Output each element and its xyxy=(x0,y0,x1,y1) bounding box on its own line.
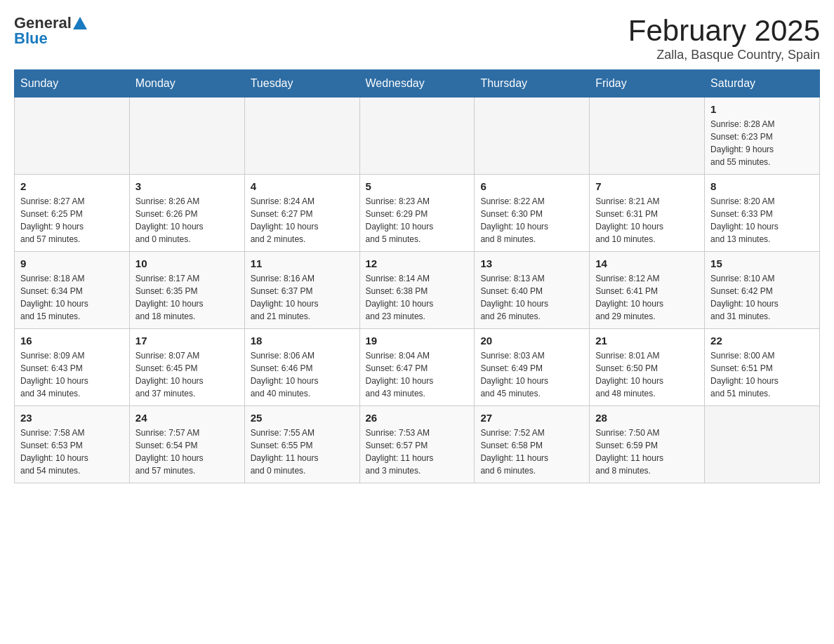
calendar-cell: 11Sunrise: 8:16 AM Sunset: 6:37 PM Dayli… xyxy=(244,252,359,329)
title-block: February 2025 Zalla, Basque Country, Spa… xyxy=(628,14,820,62)
day-info: Sunrise: 8:12 AM Sunset: 6:41 PM Dayligh… xyxy=(595,272,699,323)
day-info: Sunrise: 8:10 AM Sunset: 6:42 PM Dayligh… xyxy=(710,272,814,323)
calendar-cell: 18Sunrise: 8:06 AM Sunset: 6:46 PM Dayli… xyxy=(244,329,359,406)
day-number: 15 xyxy=(710,257,814,269)
day-info: Sunrise: 8:20 AM Sunset: 6:33 PM Dayligh… xyxy=(710,195,814,246)
day-number: 5 xyxy=(366,180,469,192)
day-number: 14 xyxy=(595,257,699,269)
calendar-cell: 4Sunrise: 8:24 AM Sunset: 6:27 PM Daylig… xyxy=(244,175,359,252)
calendar-cell: 8Sunrise: 8:20 AM Sunset: 6:33 PM Daylig… xyxy=(705,175,820,252)
day-number: 12 xyxy=(366,257,469,269)
calendar-week-row: 2Sunrise: 8:27 AM Sunset: 6:25 PM Daylig… xyxy=(15,175,820,252)
calendar-cell: 7Sunrise: 8:21 AM Sunset: 6:31 PM Daylig… xyxy=(590,175,705,252)
calendar-cell: 2Sunrise: 8:27 AM Sunset: 6:25 PM Daylig… xyxy=(15,175,130,252)
calendar-header-row: SundayMondayTuesdayWednesdayThursdayFrid… xyxy=(15,70,820,98)
day-info: Sunrise: 8:28 AM Sunset: 6:23 PM Dayligh… xyxy=(710,118,814,168)
day-number: 1 xyxy=(710,103,814,115)
calendar-subtitle: Zalla, Basque Country, Spain xyxy=(628,48,820,62)
calendar-cell xyxy=(129,98,244,175)
day-info: Sunrise: 7:55 AM Sunset: 6:55 PM Dayligh… xyxy=(251,427,354,477)
day-info: Sunrise: 8:18 AM Sunset: 6:34 PM Dayligh… xyxy=(20,272,124,323)
calendar-cell: 5Sunrise: 8:23 AM Sunset: 6:29 PM Daylig… xyxy=(359,175,475,252)
header-monday: Monday xyxy=(129,70,244,98)
day-info: Sunrise: 8:14 AM Sunset: 6:38 PM Dayligh… xyxy=(366,272,469,323)
day-number: 16 xyxy=(20,335,124,347)
day-info: Sunrise: 8:07 AM Sunset: 6:45 PM Dayligh… xyxy=(135,349,239,400)
header-tuesday: Tuesday xyxy=(244,70,359,98)
day-info: Sunrise: 8:06 AM Sunset: 6:46 PM Dayligh… xyxy=(251,349,354,400)
day-number: 25 xyxy=(251,412,354,424)
day-info: Sunrise: 7:58 AM Sunset: 6:53 PM Dayligh… xyxy=(20,427,124,477)
calendar-cell: 23Sunrise: 7:58 AM Sunset: 6:53 PM Dayli… xyxy=(15,406,130,483)
calendar-cell: 13Sunrise: 8:13 AM Sunset: 6:40 PM Dayli… xyxy=(475,252,590,329)
day-number: 8 xyxy=(710,180,814,192)
day-info: Sunrise: 8:24 AM Sunset: 6:27 PM Dayligh… xyxy=(251,195,354,246)
logo: General Blue xyxy=(14,14,87,48)
day-info: Sunrise: 8:09 AM Sunset: 6:43 PM Dayligh… xyxy=(20,349,124,400)
day-number: 18 xyxy=(251,335,354,347)
day-number: 4 xyxy=(251,180,354,192)
day-number: 19 xyxy=(366,335,469,347)
day-number: 20 xyxy=(480,335,583,347)
day-number: 6 xyxy=(480,180,583,192)
calendar-cell xyxy=(705,406,820,483)
day-info: Sunrise: 8:23 AM Sunset: 6:29 PM Dayligh… xyxy=(366,195,469,246)
day-number: 22 xyxy=(710,335,814,347)
calendar-week-row: 9Sunrise: 8:18 AM Sunset: 6:34 PM Daylig… xyxy=(15,252,820,329)
day-info: Sunrise: 8:03 AM Sunset: 6:49 PM Dayligh… xyxy=(480,349,583,400)
header-thursday: Thursday xyxy=(475,70,590,98)
calendar-table: SundayMondayTuesdayWednesdayThursdayFrid… xyxy=(14,69,820,483)
calendar-cell: 1Sunrise: 8:28 AM Sunset: 6:23 PM Daylig… xyxy=(705,98,820,175)
calendar-cell: 28Sunrise: 7:50 AM Sunset: 6:59 PM Dayli… xyxy=(590,406,705,483)
calendar-cell: 27Sunrise: 7:52 AM Sunset: 6:58 PM Dayli… xyxy=(475,406,590,483)
calendar-cell xyxy=(244,98,359,175)
calendar-cell xyxy=(590,98,705,175)
day-info: Sunrise: 8:00 AM Sunset: 6:51 PM Dayligh… xyxy=(710,349,814,400)
calendar-cell: 3Sunrise: 8:26 AM Sunset: 6:26 PM Daylig… xyxy=(129,175,244,252)
calendar-cell: 14Sunrise: 8:12 AM Sunset: 6:41 PM Dayli… xyxy=(590,252,705,329)
day-info: Sunrise: 8:13 AM Sunset: 6:40 PM Dayligh… xyxy=(480,272,583,323)
day-number: 3 xyxy=(135,180,239,192)
calendar-cell: 12Sunrise: 8:14 AM Sunset: 6:38 PM Dayli… xyxy=(359,252,475,329)
day-info: Sunrise: 8:04 AM Sunset: 6:47 PM Dayligh… xyxy=(366,349,469,400)
day-number: 9 xyxy=(20,257,124,269)
day-info: Sunrise: 8:22 AM Sunset: 6:30 PM Dayligh… xyxy=(480,195,583,246)
calendar-cell: 17Sunrise: 8:07 AM Sunset: 6:45 PM Dayli… xyxy=(129,329,244,406)
calendar-cell: 6Sunrise: 8:22 AM Sunset: 6:30 PM Daylig… xyxy=(475,175,590,252)
day-number: 2 xyxy=(20,180,124,192)
calendar-week-row: 23Sunrise: 7:58 AM Sunset: 6:53 PM Dayli… xyxy=(15,406,820,483)
logo-triangle-icon xyxy=(73,17,87,29)
calendar-title: February 2025 xyxy=(628,14,820,48)
calendar-cell: 20Sunrise: 8:03 AM Sunset: 6:49 PM Dayli… xyxy=(475,329,590,406)
day-number: 7 xyxy=(595,180,699,192)
day-info: Sunrise: 7:52 AM Sunset: 6:58 PM Dayligh… xyxy=(480,427,583,477)
calendar-cell: 10Sunrise: 8:17 AM Sunset: 6:35 PM Dayli… xyxy=(129,252,244,329)
day-number: 13 xyxy=(480,257,583,269)
calendar-cell xyxy=(475,98,590,175)
header-friday: Friday xyxy=(590,70,705,98)
day-number: 10 xyxy=(135,257,239,269)
day-info: Sunrise: 8:26 AM Sunset: 6:26 PM Dayligh… xyxy=(135,195,239,246)
day-number: 27 xyxy=(480,412,583,424)
day-number: 21 xyxy=(595,335,699,347)
calendar-cell: 16Sunrise: 8:09 AM Sunset: 6:43 PM Dayli… xyxy=(15,329,130,406)
calendar-week-row: 1Sunrise: 8:28 AM Sunset: 6:23 PM Daylig… xyxy=(15,98,820,175)
day-info: Sunrise: 8:01 AM Sunset: 6:50 PM Dayligh… xyxy=(595,349,699,400)
calendar-cell: 19Sunrise: 8:04 AM Sunset: 6:47 PM Dayli… xyxy=(359,329,475,406)
day-info: Sunrise: 7:50 AM Sunset: 6:59 PM Dayligh… xyxy=(595,427,699,477)
day-info: Sunrise: 8:21 AM Sunset: 6:31 PM Dayligh… xyxy=(595,195,699,246)
day-number: 11 xyxy=(251,257,354,269)
day-number: 28 xyxy=(595,412,699,424)
day-info: Sunrise: 7:57 AM Sunset: 6:54 PM Dayligh… xyxy=(135,427,239,477)
calendar-week-row: 16Sunrise: 8:09 AM Sunset: 6:43 PM Dayli… xyxy=(15,329,820,406)
calendar-cell: 26Sunrise: 7:53 AM Sunset: 6:57 PM Dayli… xyxy=(359,406,475,483)
calendar-cell xyxy=(359,98,475,175)
day-info: Sunrise: 8:16 AM Sunset: 6:37 PM Dayligh… xyxy=(251,272,354,323)
header-wednesday: Wednesday xyxy=(359,70,475,98)
day-number: 26 xyxy=(366,412,469,424)
day-number: 17 xyxy=(135,335,239,347)
day-info: Sunrise: 7:53 AM Sunset: 6:57 PM Dayligh… xyxy=(366,427,469,477)
day-number: 24 xyxy=(135,412,239,424)
header-saturday: Saturday xyxy=(705,70,820,98)
calendar-cell: 24Sunrise: 7:57 AM Sunset: 6:54 PM Dayli… xyxy=(129,406,244,483)
